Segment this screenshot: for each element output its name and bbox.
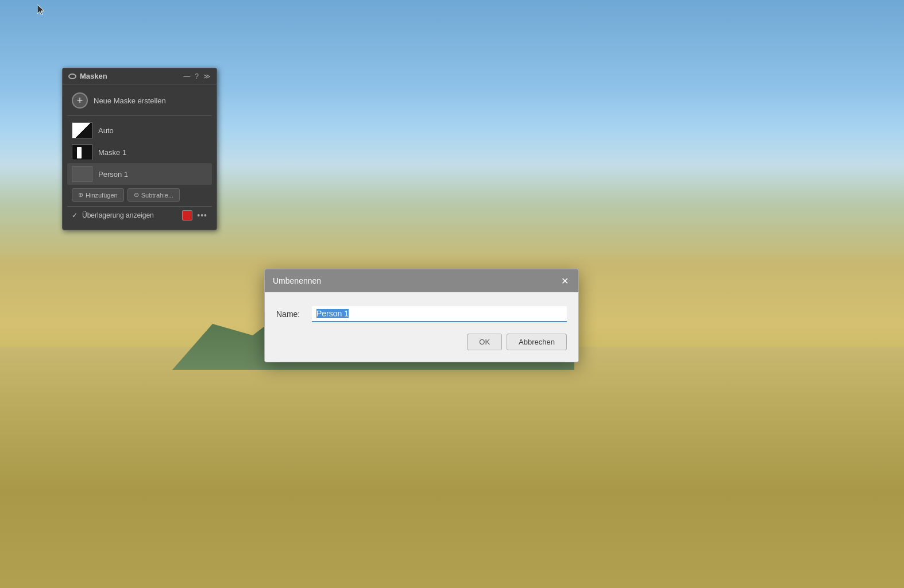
overlay-color-swatch[interactable]	[182, 210, 192, 220]
mask-mask1-label: Maske 1	[98, 148, 126, 157]
mask-item-mask1[interactable]: Maske 1	[67, 141, 212, 163]
subtract-button[interactable]: ⊖ Subtrahie...	[128, 188, 180, 202]
eye-icon[interactable]	[68, 74, 76, 79]
ok-button[interactable]: OK	[467, 334, 502, 350]
more-options-icon[interactable]: •••	[197, 211, 207, 220]
masks-panel-body: + Neue Maske erstellen Auto Maske 1 Pers…	[63, 84, 217, 230]
plus-icon: +	[72, 92, 88, 109]
add-icon: ⊕	[78, 191, 83, 199]
mask-action-buttons: ⊕ Hinzufügen ⊖ Subtrahie...	[67, 186, 212, 204]
rename-name-row: Name:	[276, 306, 567, 322]
divider	[67, 115, 212, 116]
masks-panel: Masken — ? ≫ + Neue Maske erstellen Auto…	[62, 68, 217, 230]
panel-header-icons: — ? ≫	[183, 72, 211, 80]
mask-item-person1[interactable]: Person 1	[67, 163, 212, 185]
rename-buttons-row: OK Abbrechen	[276, 334, 567, 350]
overlay-label: Überlagerung anzeigen	[82, 211, 177, 219]
panel-minus-icon[interactable]: —	[183, 72, 190, 80]
overlay-check[interactable]: ✓	[72, 211, 78, 219]
masks-panel-header-left: Masken	[68, 72, 107, 80]
panel-more-icon[interactable]: ≫	[203, 72, 211, 80]
mask-thumb-auto	[72, 122, 92, 138]
rename-close-button[interactable]: ✕	[559, 275, 570, 287]
mask-thumb-person1	[72, 166, 92, 182]
subtract-label: Subtrahie...	[141, 192, 173, 199]
rename-dialog-title: Umbenennen	[273, 276, 321, 285]
mask-auto-label: Auto	[98, 126, 114, 135]
cancel-button[interactable]: Abbrechen	[507, 334, 567, 350]
mask-person1-label: Person 1	[98, 170, 128, 179]
masks-panel-header: Masken — ? ≫	[63, 68, 217, 84]
rename-name-input[interactable]	[312, 306, 567, 322]
masks-panel-title: Masken	[80, 72, 107, 80]
add-button[interactable]: ⊕ Hinzufügen	[72, 188, 124, 202]
ground	[0, 347, 904, 588]
subtract-icon: ⊖	[134, 191, 139, 199]
mask-item-auto[interactable]: Auto	[67, 119, 212, 141]
panel-help-icon[interactable]: ?	[195, 72, 199, 80]
add-label: Hinzufügen	[86, 192, 118, 199]
mask-thumb-mask1	[72, 144, 92, 160]
overlay-row: ✓ Überlagerung anzeigen •••	[67, 206, 212, 225]
rename-name-label: Name:	[276, 310, 305, 319]
rename-dialog-header: Umbenennen ✕	[265, 269, 578, 292]
rename-dialog: Umbenennen ✕ Name: OK Abbrechen	[264, 269, 579, 362]
rename-dialog-body: Name: OK Abbrechen	[265, 292, 578, 362]
new-mask-label: Neue Maske erstellen	[94, 96, 166, 105]
new-mask-button[interactable]: + Neue Maske erstellen	[67, 89, 212, 112]
